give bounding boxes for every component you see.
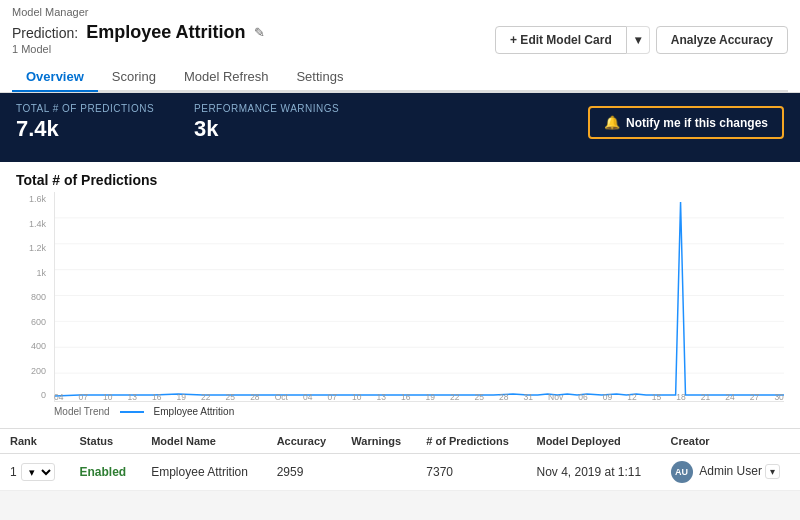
status-value: Enabled <box>80 465 127 479</box>
x-label: 25 <box>226 392 235 402</box>
y-label-1k: 1k <box>16 268 46 278</box>
x-label: 07 <box>327 392 336 402</box>
legend-model-trend-label: Model Trend <box>54 406 110 417</box>
chart-title: Total # of Predictions <box>16 172 784 188</box>
x-label: 19 <box>177 392 186 402</box>
col-predictions: # of Predictions <box>416 429 526 454</box>
analyze-accuracy-button[interactable]: Analyze Accuracy <box>656 26 788 54</box>
x-label: 30 <box>774 392 783 402</box>
creator-avatar: AU <box>671 461 693 483</box>
y-label-600: 600 <box>16 317 46 327</box>
x-label: Nov <box>548 392 563 402</box>
chart-section: Total # of Predictions 0 200 400 600 800… <box>0 162 800 428</box>
edit-model-card-button[interactable]: + Edit Model Card <box>495 26 627 54</box>
creator-dropdown[interactable]: ▾ <box>765 464 780 479</box>
x-label: 09 <box>603 392 612 402</box>
col-deployed: Model Deployed <box>526 429 660 454</box>
col-model-name: Model Name <box>141 429 266 454</box>
cell-model-name: Employee Attrition <box>141 454 266 491</box>
performance-warnings-value: 3k <box>194 116 339 142</box>
x-label: 07 <box>79 392 88 402</box>
tab-scoring[interactable]: Scoring <box>98 63 170 92</box>
col-warnings: Warnings <box>341 429 416 454</box>
x-label: 15 <box>652 392 661 402</box>
x-label: 25 <box>475 392 484 402</box>
y-label-800: 800 <box>16 292 46 302</box>
performance-warnings-label: Performance Warnings <box>194 103 339 114</box>
tab-settings[interactable]: Settings <box>282 63 357 92</box>
y-axis: 0 200 400 600 800 1k 1.2k 1.4k 1.6k <box>16 192 50 402</box>
y-label-1.2k: 1.2k <box>16 243 46 253</box>
prediction-label: Prediction: <box>12 25 78 41</box>
total-predictions-metric: Total # of Predictions 7.4k <box>16 103 154 142</box>
chart-plot <box>54 192 784 402</box>
edit-icon[interactable]: ✎ <box>254 25 265 40</box>
y-label-1.6k: 1.6k <box>16 194 46 204</box>
app-label: Model Manager <box>12 4 788 18</box>
x-label: 16 <box>152 392 161 402</box>
bell-icon: 🔔 <box>604 115 620 130</box>
x-label: 24 <box>725 392 734 402</box>
x-label: 04 <box>303 392 312 402</box>
x-label: Oct <box>275 392 288 402</box>
notify-button[interactable]: 🔔 Notify me if this changes <box>588 106 784 139</box>
y-label-200: 200 <box>16 366 46 376</box>
rank-value: 1 <box>10 465 17 479</box>
x-axis: 04 07 10 13 16 19 22 25 28 Oct 04 07 10 … <box>54 390 784 402</box>
performance-warnings-metric: Performance Warnings 3k <box>194 103 339 142</box>
x-label: 19 <box>426 392 435 402</box>
x-label: 04 <box>54 392 63 402</box>
creator-name: Admin User <box>699 464 762 478</box>
tab-model-refresh[interactable]: Model Refresh <box>170 63 283 92</box>
x-label: 28 <box>499 392 508 402</box>
dashboard-panel: Total # of Predictions 7.4k Performance … <box>0 93 800 162</box>
x-label: 28 <box>250 392 259 402</box>
x-label: 18 <box>676 392 685 402</box>
cell-deployed: Nov 4, 2019 at 1:11 <box>526 454 660 491</box>
legend-line-icon <box>120 411 144 413</box>
cell-rank: 1 ▾ <box>0 454 70 491</box>
tab-overview[interactable]: Overview <box>12 63 98 92</box>
x-label: 22 <box>450 392 459 402</box>
x-label: 16 <box>401 392 410 402</box>
edit-model-card-dropdown[interactable]: ▾ <box>627 26 650 54</box>
chart-legend: Model Trend Employee Attrition <box>16 402 784 417</box>
notify-button-label: Notify me if this changes <box>626 116 768 130</box>
x-label: 21 <box>701 392 710 402</box>
rank-dropdown[interactable]: ▾ <box>21 463 55 481</box>
total-predictions-value: 7.4k <box>16 116 154 142</box>
model-table: Rank Status Model Name Accuracy Warnings… <box>0 428 800 491</box>
x-label: 31 <box>524 392 533 402</box>
cell-predictions: 7370 <box>416 454 526 491</box>
cell-creator: AU Admin User ▾ <box>661 454 800 491</box>
x-label: 12 <box>627 392 636 402</box>
cell-status: Enabled <box>70 454 142 491</box>
x-label: 13 <box>376 392 385 402</box>
x-label: 13 <box>128 392 137 402</box>
model-count: 1 Model <box>12 43 265 57</box>
x-label: 06 <box>578 392 587 402</box>
tab-bar: Overview Scoring Model Refresh Settings <box>12 63 788 92</box>
col-rank: Rank <box>0 429 70 454</box>
legend-employee-attrition-label: Employee Attrition <box>154 406 235 417</box>
total-predictions-label: Total # of Predictions <box>16 103 154 114</box>
table-row: 1 ▾ Enabled Employee Attrition 2959 7370… <box>0 454 800 491</box>
prediction-name: Employee Attrition <box>86 22 245 43</box>
col-accuracy: Accuracy <box>267 429 342 454</box>
x-label: 10 <box>352 392 361 402</box>
y-label-400: 400 <box>16 341 46 351</box>
col-status: Status <box>70 429 142 454</box>
x-label: 22 <box>201 392 210 402</box>
x-label: 10 <box>103 392 112 402</box>
cell-warnings <box>341 454 416 491</box>
cell-accuracy: 2959 <box>267 454 342 491</box>
x-label: 27 <box>750 392 759 402</box>
y-label-0: 0 <box>16 390 46 400</box>
y-label-1.4k: 1.4k <box>16 219 46 229</box>
col-creator: Creator <box>661 429 800 454</box>
